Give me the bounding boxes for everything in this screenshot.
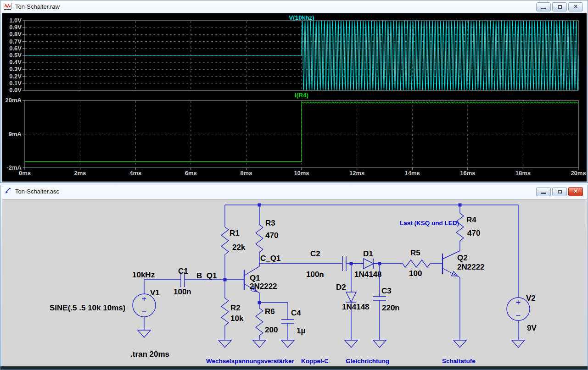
- component-name[interactable]: D2: [336, 283, 346, 292]
- component-R4[interactable]: R4 470: [456, 205, 480, 251]
- minimize-icon: [541, 193, 546, 194]
- component-value[interactable]: 100n: [306, 270, 324, 279]
- schematic-canvas[interactable]: V1 SINE(.5 .5 10k 10ms) C1 100n R1 22k R…: [2, 199, 587, 368]
- plus-icon: [516, 300, 521, 304]
- trace-label-I(R4)[interactable]: I(R4): [295, 92, 308, 99]
- waveform-plots[interactable]: 1.0V0.9V0.8V0.7V0.6V0.5V0.4V0.3V0.2V0.1V…: [2, 13, 587, 182]
- component-name[interactable]: C1: [178, 267, 188, 276]
- component-value[interactable]: 9V: [527, 324, 537, 332]
- y-tick-label: 0.9V: [9, 24, 22, 31]
- component-value[interactable]: 470: [467, 229, 480, 237]
- asc-restore-button[interactable]: [552, 187, 567, 196]
- component-name[interactable]: V2: [526, 294, 536, 303]
- component-name[interactable]: R2: [230, 304, 241, 312]
- component-R1[interactable]: R1 22k: [221, 205, 246, 280]
- component-D1[interactable]: D1 1N4148: [351, 249, 382, 279]
- asc-titlebar[interactable]: Ton-Schalter.asc ✕: [0, 185, 588, 198]
- component-R5[interactable]: R5 100: [380, 249, 442, 278]
- y-tick-label: 9mA: [9, 131, 22, 138]
- x-tick-label: 10ms: [294, 170, 309, 177]
- component-Q2[interactable]: Q2 2N2222: [442, 251, 485, 340]
- x-tick-label: 0ms: [19, 170, 31, 177]
- raw-window-title: Ton-Schalter.raw: [15, 3, 60, 10]
- component-name[interactable]: R6: [265, 307, 275, 316]
- component-name[interactable]: C4: [291, 309, 301, 317]
- component-value[interactable]: SINE(.5 .5 10k 10ms): [50, 304, 125, 312]
- waveform-plot-area[interactable]: 1.0V0.9V0.8V0.7V0.6V0.5V0.4V0.3V0.2V0.1V…: [2, 13, 587, 182]
- component-C4[interactable]: C4 1µ: [281, 303, 305, 340]
- component-name[interactable]: R1: [230, 229, 240, 237]
- restore-icon: [558, 190, 562, 193]
- component-value[interactable]: 2N2222: [250, 282, 277, 291]
- y-tick-label: 0.4V: [9, 59, 22, 66]
- waveform-file-icon[interactable]: [4, 3, 12, 11]
- comment-stage4[interactable]: Schaltstufe: [442, 358, 476, 364]
- component-name[interactable]: C2: [310, 249, 320, 258]
- component-R6[interactable]: R6 200: [256, 303, 278, 340]
- trace-I(R4)[interactable]: [25, 102, 578, 161]
- component-value[interactable]: 1N4148: [342, 303, 370, 311]
- x-tick-label: 16ms: [460, 170, 475, 177]
- y-tick-label: 0.3V: [9, 66, 22, 72]
- asc-minimize-button[interactable]: [536, 187, 551, 196]
- y-tick-label: 0.5V: [9, 52, 22, 59]
- raw-titlebar[interactable]: Ton-Schalter.raw ✕: [0, 0, 588, 13]
- component-V1[interactable]: V1 SINE(.5 .5 10k 10ms): [50, 288, 160, 330]
- raw-restore-button[interactable]: [552, 2, 567, 11]
- schematic-icon-graphic: [4, 188, 12, 195]
- component-value[interactable]: 22k: [232, 243, 246, 252]
- spice-directive[interactable]: .tran 20ms: [130, 350, 169, 359]
- schematic-drawing[interactable]: V1 SINE(.5 .5 10k 10ms) C1 100n R1 22k R…: [2, 199, 587, 368]
- component-value[interactable]: 470: [265, 231, 278, 240]
- close-icon: ✕: [573, 4, 577, 9]
- y-tick-label: 0.2V: [9, 73, 22, 80]
- component-value[interactable]: 2N2222: [457, 263, 485, 271]
- component-value[interactable]: 10k: [230, 314, 244, 323]
- plus-icon: [142, 297, 146, 301]
- net-label-c-q1[interactable]: C_Q1: [260, 254, 280, 263]
- net-label-10khz[interactable]: 10kHz: [132, 271, 155, 279]
- component-name[interactable]: R4: [466, 215, 476, 224]
- window-bottom-edge: [0, 366, 588, 370]
- component-name[interactable]: R3: [265, 219, 275, 227]
- component-name[interactable]: Q1: [250, 274, 260, 282]
- comment-stage3[interactable]: Gleichrichtung: [346, 358, 389, 364]
- y-tick-label: 0.0V: [9, 87, 22, 94]
- component-value[interactable]: 100n: [174, 287, 191, 296]
- component-name[interactable]: C3: [381, 287, 392, 295]
- close-icon: ✕: [573, 189, 577, 194]
- net-label-b-q1[interactable]: B_Q1: [196, 271, 217, 280]
- comment-stage1[interactable]: Wechselspannungsverstärker: [206, 358, 295, 364]
- trace-label-V(10khz)[interactable]: V(10khz): [289, 14, 314, 21]
- component-Q1[interactable]: Q1 2N2222: [244, 264, 277, 303]
- ground-symbols[interactable]: [138, 330, 525, 348]
- schematic-window: Ton-Schalter.asc ✕ V1 SINE(.5 .5 10k 10m…: [0, 185, 588, 370]
- component-name[interactable]: D1: [363, 249, 373, 258]
- schematic-file-icon[interactable]: [4, 188, 12, 195]
- component-value[interactable]: 1N4148: [354, 270, 382, 279]
- comment-stage2[interactable]: Koppel-C: [301, 358, 329, 364]
- component-name[interactable]: Q2: [457, 254, 468, 262]
- x-tick-label: 4ms: [129, 170, 141, 177]
- minimize-icon: [541, 8, 546, 9]
- component-name[interactable]: R5: [410, 249, 420, 257]
- component-C1[interactable]: C1 100n: [174, 267, 191, 296]
- component-value[interactable]: 1µ: [297, 326, 305, 335]
- y-tick-label: 0.7V: [9, 38, 22, 45]
- raw-minimize-button[interactable]: [536, 2, 551, 11]
- asc-close-button[interactable]: ✕: [568, 187, 583, 196]
- component-name[interactable]: V1: [150, 288, 160, 297]
- y-tick-label: 0.8V: [9, 31, 22, 38]
- raw-close-button[interactable]: ✕: [568, 2, 583, 11]
- component-value[interactable]: 220n: [382, 304, 400, 312]
- comment-load[interactable]: Last (KSQ und LED): [400, 220, 459, 226]
- emitter-arrow: [452, 271, 458, 276]
- component-R2[interactable]: R2 10k: [221, 280, 244, 340]
- component-V2[interactable]: V2 9V: [507, 294, 537, 340]
- x-tick-label: 18ms: [515, 170, 531, 177]
- component-value[interactable]: 200: [265, 326, 278, 334]
- component-C2[interactable]: C2 100n: [306, 249, 346, 279]
- asc-window-title: Ton-Schalter.asc: [15, 188, 59, 195]
- y-tick-label: 0.6V: [9, 45, 22, 52]
- component-value[interactable]: 100: [409, 269, 422, 278]
